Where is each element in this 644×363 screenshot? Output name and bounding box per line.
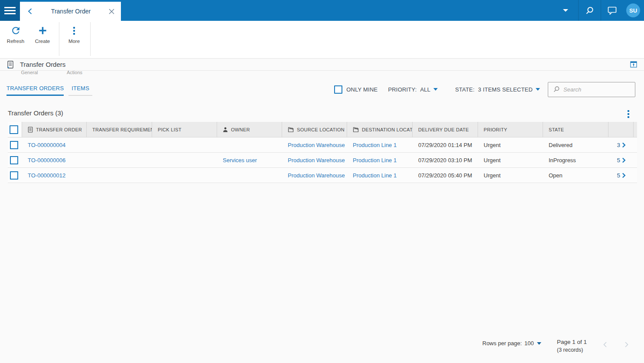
document-tab[interactable]: Transfer Order xyxy=(20,2,121,21)
back-button[interactable] xyxy=(25,7,35,16)
next-page-button[interactable] xyxy=(624,341,629,350)
collapse-ribbon-button[interactable] xyxy=(630,61,637,69)
state-cell: Delivered xyxy=(543,137,608,152)
chat-icon xyxy=(608,6,617,15)
more-button[interactable]: More xyxy=(61,25,88,44)
destination-location-link[interactable]: Production Line 1 xyxy=(347,153,413,167)
expand-row-button[interactable]: 3 xyxy=(608,137,634,152)
table-header-row: TRANSFER ORDER TRANSFER REQUIREMENT PICK… xyxy=(8,122,637,137)
search-icon xyxy=(553,86,560,93)
source-location-link[interactable]: Production Warehouse xyxy=(282,137,347,152)
priority-filter-dropdown[interactable]: PRIORITY: ALL xyxy=(388,86,438,93)
only-mine-checkbox[interactable] xyxy=(334,85,342,94)
column-header-owner[interactable]: OWNER xyxy=(217,122,282,137)
row-checkbox[interactable] xyxy=(10,156,18,164)
more-label: More xyxy=(68,39,80,44)
table-row: TO-000000012 Production Warehouse Produc… xyxy=(8,168,637,183)
priority-filter-value: ALL xyxy=(420,86,430,93)
global-search-button[interactable] xyxy=(579,0,601,21)
source-location-link[interactable]: Production Warehouse xyxy=(282,153,347,167)
close-icon xyxy=(109,9,114,14)
create-button[interactable]: Create xyxy=(29,25,55,44)
transfer-requirement-cell xyxy=(87,137,152,152)
row-items-count: 3 xyxy=(617,142,620,148)
row-checkbox[interactable] xyxy=(10,171,18,180)
transfer-order-link[interactable]: TO-000000006 xyxy=(22,153,87,167)
search-icon xyxy=(585,6,594,15)
expand-row-button[interactable]: 5 xyxy=(608,153,634,167)
tab-transfer-orders[interactable]: TRANSFER ORDERS xyxy=(7,85,64,96)
transfer-order-link[interactable]: TO-000000004 xyxy=(22,137,87,152)
owner-link[interactable]: Services user xyxy=(217,153,282,167)
column-header-transfer-order[interactable]: TRANSFER ORDER xyxy=(22,122,87,137)
state-filter-dropdown[interactable]: STATE: 3 ITEMS SELECTED xyxy=(455,86,540,93)
priority-cell: Urgent xyxy=(478,168,543,183)
chevron-right-icon xyxy=(622,157,626,163)
window-up-arrow-icon xyxy=(630,61,637,68)
row-select-cell xyxy=(8,137,22,152)
column-header-destination-location[interactable]: DESTINATION LOCATION xyxy=(347,122,413,137)
factory-icon xyxy=(353,127,359,132)
column-header-pick-list[interactable]: PICK LIST xyxy=(152,122,217,137)
chevron-down-icon xyxy=(537,342,541,345)
prev-page-button[interactable] xyxy=(603,341,607,350)
select-all-checkbox[interactable] xyxy=(10,125,18,134)
state-filter-value: 3 ITEMS SELECTED xyxy=(478,86,533,93)
rows-per-page-value: 100 xyxy=(524,340,534,347)
page-title: Transfer Orders xyxy=(20,61,65,68)
topbar: Transfer Order SU xyxy=(0,0,644,21)
document-icon xyxy=(7,61,14,69)
app-window: Transfer Order SU Refresh xyxy=(0,0,644,363)
kebab-vertical-icon xyxy=(628,110,629,112)
toolbar-ribbon: Refresh Create More General Actions xyxy=(0,21,644,59)
column-header-source-location[interactable]: SOURCE LOCATION xyxy=(282,122,347,137)
transfer-orders-table: TRANSFER ORDER TRANSFER REQUIREMENT PICK… xyxy=(8,122,637,183)
refresh-button[interactable]: Refresh xyxy=(3,25,28,44)
column-header-expand xyxy=(608,122,634,137)
priority-cell: Urgent xyxy=(478,137,543,152)
hamburger-icon xyxy=(4,7,16,8)
column-header-delivery-due-date[interactable]: DELIVERY DUE DATE xyxy=(413,122,478,137)
grid-actions-menu-button[interactable] xyxy=(624,109,633,119)
chevron-right-icon xyxy=(622,142,626,148)
feedback-button[interactable] xyxy=(601,0,623,21)
owner-link[interactable] xyxy=(217,137,282,152)
column-header-state[interactable]: STATE xyxy=(543,122,608,137)
transfer-requirement-cell xyxy=(87,168,152,183)
search-input[interactable] xyxy=(563,86,631,93)
pick-list-cell xyxy=(152,137,217,152)
source-location-link[interactable]: Production Warehouse xyxy=(282,168,347,183)
priority-cell: Urgent xyxy=(478,153,543,167)
transfer-order-link[interactable]: TO-000000012 xyxy=(22,168,87,183)
row-checkbox[interactable] xyxy=(10,141,18,149)
owner-link[interactable] xyxy=(217,168,282,183)
priority-filter-label: PRIORITY: xyxy=(388,86,416,93)
rows-per-page-dropdown[interactable]: Rows per page: 100 xyxy=(482,340,541,347)
menu-button[interactable] xyxy=(0,0,20,21)
ribbon-group-divider xyxy=(59,22,59,56)
column-header-priority[interactable]: PRIORITY xyxy=(478,122,543,137)
destination-location-link[interactable]: Production Line 1 xyxy=(347,137,413,152)
row-select-cell xyxy=(8,153,22,167)
expand-row-button[interactable]: 5 xyxy=(608,168,634,183)
chevron-down-icon xyxy=(536,88,540,91)
pick-list-cell xyxy=(152,153,217,167)
transfer-requirement-cell xyxy=(87,153,152,167)
chevron-right-icon xyxy=(624,341,629,348)
view-tabs: TRANSFER ORDERS ITEMS xyxy=(7,85,97,96)
user-avatar[interactable]: SU xyxy=(626,3,640,17)
ribbon-group-divider xyxy=(90,22,91,56)
rows-per-page-label: Rows per page: xyxy=(482,340,522,347)
refresh-icon xyxy=(3,25,28,36)
factory-icon xyxy=(288,127,294,132)
tab-list-dropdown-button[interactable] xyxy=(553,0,578,21)
pick-list-cell xyxy=(152,168,217,183)
only-mine-label: ONLY MINE xyxy=(346,86,377,93)
page-info: Page 1 of 1 xyxy=(557,339,587,345)
grid-title: Transfer Orders (3) xyxy=(8,109,63,117)
column-header-transfer-requirement[interactable]: TRANSFER REQUIREMENT xyxy=(87,122,152,137)
tab-items[interactable]: ITEMS xyxy=(68,85,92,96)
create-label: Create xyxy=(35,39,50,44)
destination-location-link[interactable]: Production Line 1 xyxy=(347,168,413,183)
tab-close-button[interactable] xyxy=(107,7,116,16)
